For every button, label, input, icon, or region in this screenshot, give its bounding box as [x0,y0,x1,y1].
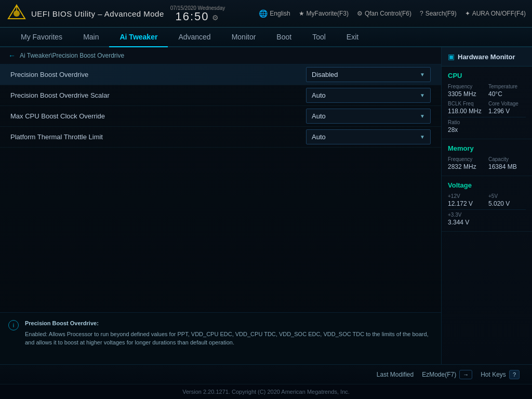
logo-area: UEFI BIOS Utility – Advanced Mode [6,3,164,24]
qfan-label: Qfan Control(F6) [365,10,411,17]
info-panel: i Precision Boost Overdrive: Enabled: Al… [0,312,441,364]
star-icon: ★ [299,10,304,17]
nav-ai-tweaker[interactable]: Ai Tweaker [109,28,168,47]
hw-33v-value: 3.344 V [448,219,526,226]
header: UEFI BIOS Utility – Advanced Mode 07/15/… [0,0,532,28]
nav-monitor[interactable]: Monitor [221,28,267,47]
hw-cpu-voltage-value: 1.296 V [488,108,526,115]
nav-boot[interactable]: Boot [266,28,302,47]
my-favorite-label: MyFavorite(F3) [307,10,349,17]
hw-cpu-temperature-value: 40°C [488,90,526,98]
search-btn[interactable]: ? Search(F9) [420,10,457,17]
hw-section-voltage-title: Voltage [448,181,526,189]
breadcrumb: ← Ai Tweaker\Precision Boost Overdrive [0,47,441,64]
hw-5v: +5V 5.020 V [488,193,526,207]
hw-mem-capacity-label: Capacity [488,156,526,162]
setting-control-boost-clock: Auto ▼ [306,109,431,124]
dropdown-arrow-scalar: ▼ [420,92,425,98]
hw-cpu-grid: Frequency 3305 MHz Temperature 40°C BCLK… [448,84,526,115]
hw-mem-capacity-value: 16384 MB [488,163,526,170]
dropdown-value-scalar: Auto [312,91,326,99]
hw-mem-capacity: Capacity 16384 MB [488,156,526,170]
hw-12v-value: 12.172 V [448,200,485,207]
hw-section-memory: Memory Frequency 2832 MHz Capacity 16384… [442,139,532,176]
dropdown-precision-boost[interactable]: Disabled ▼ [306,67,431,82]
dropdown-boost-clock[interactable]: Auto ▼ [306,109,431,124]
language-selector[interactable]: 🌐 English [259,9,290,18]
hw-cpu-voltage: Core Voltage 1.296 V [488,101,526,115]
last-modified-btn[interactable]: Last Modified [373,369,418,380]
dropdown-arrow-precision-boost: ▼ [420,72,425,77]
aura-label: AURA ON/OFF(F4) [472,10,526,17]
hw-cpu-voltage-label: Core Voltage [488,101,526,107]
hw-divider-1 [448,117,526,117]
hw-cpu-temperature-label: Temperature [488,84,526,89]
monitor-icon: ▣ [448,52,455,61]
version-text: Version 2.20.1271. Copyright (C) 2020 Am… [182,389,350,395]
my-favorite-btn[interactable]: ★ MyFavorite(F3) [299,10,349,17]
aura-icon: ✦ [465,10,470,17]
setting-row-boost-clock: Max CPU Boost Clock Override Auto ▼ [0,106,441,127]
hw-cpu-frequency: Frequency 3305 MHz [448,84,485,98]
main-area: ← Ai Tweaker\Precision Boost Overdrive P… [0,47,532,364]
info-icon: i [8,320,19,330]
hw-12v: +12V 12.172 V [448,193,485,207]
nav-main[interactable]: Main [73,28,109,47]
setting-control-scalar: Auto ▼ [306,88,431,103]
hw-voltage-grid: +12V 12.172 V +5V 5.020 V [448,193,526,207]
nav-tool[interactable]: Tool [302,28,336,47]
breadcrumb-back-arrow[interactable]: ← [8,51,16,60]
setting-row-precision-boost: Precision Boost Overdrive Disabled ▼ [0,64,441,85]
hw-cpu-bclk: BCLK Freq 118.00 MHz [448,101,485,115]
hw-cpu-frequency-value: 3305 MHz [448,90,485,98]
setting-control-thermal: Auto ▼ [306,129,431,144]
hw-mem-frequency-label: Frequency [448,156,485,162]
qfan-control-btn[interactable]: ⚙ Qfan Control(F6) [357,10,411,17]
nav-my-favorites[interactable]: My Favorites [10,28,73,47]
hw-section-cpu-title: CPU [448,72,526,79]
hw-cpu-frequency-label: Frequency [448,84,485,89]
setting-label-thermal: Platform Thermal Throttle Limit [10,133,306,141]
hw-cpu-ratio-label: Ratio [448,119,526,125]
dropdown-value-boost-clock: Auto [312,112,326,120]
setting-row-thermal: Platform Thermal Throttle Limit Auto ▼ [0,127,441,148]
nav-exit[interactable]: Exit [336,28,369,47]
hw-mem-frequency: Frequency 2832 MHz [448,156,485,170]
time-text: 16:50 ⚙ [176,11,220,22]
ez-mode-btn[interactable]: EzMode(F7) → [418,368,476,381]
hw-section-memory-title: Memory [448,144,526,152]
dropdown-value-thermal: Auto [312,133,326,141]
info-text: Precision Boost Overdrive: Enabled: Allo… [25,319,433,347]
ez-mode-label: EzMode(F7) [422,371,456,378]
dropdown-thermal[interactable]: Auto ▼ [306,129,431,144]
aura-btn[interactable]: ✦ AURA ON/OFF(F4) [465,10,526,17]
hw-divider-2 [448,209,526,210]
dropdown-arrow-boost-clock: ▼ [420,113,425,119]
hw-12v-label: +12V [448,193,485,199]
hw-cpu-bclk-value: 118.00 MHz [448,108,485,115]
globe-icon: 🌐 [259,9,268,18]
info-title: Precision Boost Overdrive: [25,319,433,328]
search-label: Search(F9) [425,10,457,17]
search-icon: ? [420,10,423,17]
navbar: My Favorites Main Ai Tweaker Advanced Mo… [0,28,532,47]
hw-5v-value: 5.020 V [488,200,526,207]
ez-mode-arrow: → [459,370,472,379]
nav-advanced[interactable]: Advanced [168,28,221,47]
header-controls: 🌐 English ★ MyFavorite(F3) ⚙ Qfan Contro… [259,9,526,18]
setting-label-scalar: Precision Boost Overdrive Scalar [10,91,306,99]
hot-keys-btn[interactable]: Hot Keys ? [476,368,524,381]
hw-cpu-ratio: Ratio 28x [448,119,526,134]
setting-row-scalar: Precision Boost Overdrive Scalar Auto ▼ [0,85,441,106]
hw-cpu-ratio-value: 28x [448,126,526,134]
dropdown-scalar[interactable]: Auto ▼ [306,88,431,103]
hw-33v-label: +3.3V [448,212,526,218]
settings-gear[interactable]: ⚙ [209,14,220,22]
language-label: English [270,10,290,17]
setting-control-precision-boost: Disabled ▼ [306,67,431,82]
last-modified-label: Last Modified [377,371,414,378]
setting-label-precision-boost: Precision Boost Overdrive [10,71,306,78]
breadcrumb-path: Ai Tweaker\Precision Boost Overdrive [20,52,124,59]
hw-monitor: ▣ Hardware Monitor CPU Frequency 3305 MH… [441,47,532,364]
hw-section-cpu: CPU Frequency 3305 MHz Temperature 40°C … [442,66,532,139]
